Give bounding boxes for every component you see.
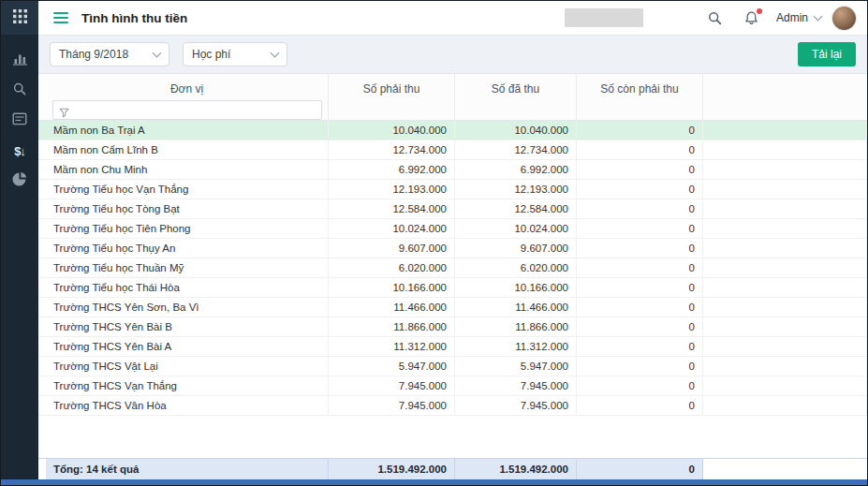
- month-select-value: Tháng 9/2018: [59, 48, 128, 61]
- unit-filter: [52, 100, 322, 120]
- cell-filler: [703, 298, 867, 317]
- cell-received: 6.020.000: [455, 258, 577, 277]
- cell-received: 11.866.000: [455, 317, 577, 336]
- fee-type-select[interactable]: Học phí: [183, 42, 287, 66]
- table-row[interactable]: Trường THCS Yên Bài B 11.866.000 11.866.…: [38, 317, 867, 337]
- reload-button[interactable]: Tải lại: [798, 42, 856, 66]
- cell-filler: [703, 219, 867, 238]
- cell-unit: Trường THCS Yên Sơn, Ba Vì: [46, 298, 329, 317]
- cell-filler: [703, 180, 867, 199]
- column-header-remaining: Số còn phải thu: [600, 82, 678, 96]
- user-name: Admin: [776, 11, 808, 24]
- unit-filter-input[interactable]: [52, 100, 322, 120]
- cell-unit: Trường Tiểu học Tiên Phong: [46, 219, 329, 238]
- chevron-down-icon: [153, 49, 162, 58]
- cell-unit: Mầm non Ba Trại A: [46, 121, 329, 140]
- main-area: Tình hình thu tiền Admin: [38, 1, 867, 485]
- chevron-down-icon: [814, 12, 823, 22]
- sidebar-item-statistics[interactable]: [1, 168, 38, 194]
- cell-receivable: 9.607.000: [329, 239, 455, 258]
- cell-receivable: 10.166.000: [329, 278, 455, 297]
- money-down-icon: $↓: [14, 144, 25, 158]
- sidebar-item-apps[interactable]: [1, 1, 38, 35]
- sidebar: $↓: [1, 1, 38, 485]
- cell-remaining: 0: [577, 278, 703, 297]
- table-row[interactable]: Trường Tiểu học Thuần Mỹ 6.020.000 6.020…: [38, 258, 867, 278]
- column-header-receivable-cell: Số phải thu: [329, 74, 455, 120]
- table-row[interactable]: Trường Tiểu học Thái Hòa 10.166.000 10.1…: [38, 278, 867, 298]
- cell-remaining: 0: [577, 357, 703, 376]
- menu-icon[interactable]: [53, 12, 68, 23]
- cell-receivable: 7.945.000: [329, 396, 455, 415]
- table-row[interactable]: Trường Tiểu học Thụy An 9.607.000 9.607.…: [38, 239, 867, 258]
- cell-filler: [703, 199, 867, 218]
- cell-remaining: 0: [577, 396, 703, 415]
- footer-total-receivable: 1.519.492.000: [329, 459, 455, 479]
- table-row[interactable]: Trường Tiểu học Tòng Bạt 12.584.000 12.5…: [38, 199, 867, 219]
- cell-unit: Trường Tiểu học Thụy An: [46, 239, 329, 258]
- cell-filler: [703, 337, 867, 356]
- cell-filler: [703, 258, 867, 277]
- column-header-filler: [703, 74, 867, 120]
- cell-receivable: 7.945.000: [329, 376, 455, 395]
- cell-receivable: 10.024.000: [329, 219, 455, 238]
- sidebar-nav: $↓: [1, 48, 38, 194]
- cell-received: 12.584.000: [455, 199, 577, 218]
- table-row[interactable]: Trường Tiểu học Vạn Thắng 12.193.000 12.…: [38, 180, 867, 199]
- cell-unit: Trường THCS Yên Bài A: [46, 337, 329, 356]
- sidebar-item-search[interactable]: [1, 78, 38, 104]
- table-row[interactable]: Mầm non Cẩm Lĩnh B 12.734.000 12.734.000…: [38, 140, 867, 160]
- cell-receivable: 12.584.000: [329, 199, 455, 218]
- collections-table: Đơn vị Số phải thu Số đã thu: [38, 74, 867, 479]
- table-row[interactable]: Trường THCS Vạn Thắng 7.945.000 7.945.00…: [38, 376, 867, 396]
- cell-received: 7.945.000: [455, 376, 577, 395]
- cell-receivable: 6.020.000: [329, 258, 455, 277]
- cell-received: 6.992.000: [455, 160, 577, 179]
- sidebar-item-collections[interactable]: $↓: [1, 138, 38, 164]
- app-window: $↓ Tình hình thu tiền: [0, 0, 868, 486]
- cell-remaining: 0: [577, 160, 703, 179]
- table-row[interactable]: Mầm non Chu Minh 6.992.000 6.992.000 0: [38, 160, 867, 180]
- cell-remaining: 0: [577, 337, 703, 356]
- table-row[interactable]: Trường THCS Yên Bài A 11.312.000 11.312.…: [38, 337, 867, 357]
- sidebar-item-records[interactable]: [1, 108, 38, 134]
- cell-remaining: 0: [577, 199, 703, 218]
- magnifier-icon: [12, 81, 27, 100]
- footer-filler: [703, 459, 867, 479]
- cell-remaining: 0: [577, 376, 703, 395]
- table-row[interactable]: Trường THCS Yên Sơn, Ba Vì 11.466.000 11…: [38, 298, 867, 317]
- cell-received: 10.166.000: [455, 278, 577, 297]
- cell-filler: [703, 239, 867, 258]
- apps-grid-icon: [13, 9, 27, 27]
- notifications-bell-icon[interactable]: [743, 10, 759, 26]
- sidebar-item-reports[interactable]: [1, 48, 38, 74]
- cell-remaining: 0: [577, 140, 703, 159]
- footer-total-remaining: 0: [577, 459, 703, 479]
- page-title: Tình hình thu tiền: [81, 11, 187, 25]
- table-row[interactable]: Trường THCS Vân Hòa 7.945.000 7.945.000 …: [38, 396, 867, 416]
- cell-receivable: 11.466.000: [329, 298, 455, 317]
- avatar[interactable]: [832, 7, 856, 30]
- table-row[interactable]: Trường THCS Vật Lại 5.947.000 5.947.000 …: [38, 357, 867, 376]
- column-header-remaining-cell: Số còn phải thu: [577, 74, 703, 120]
- footer-total-received: 1.519.492.000: [455, 459, 577, 479]
- cell-filler: [703, 357, 867, 376]
- column-header-unit-cell: Đơn vị: [46, 74, 329, 120]
- cell-filler: [703, 160, 867, 179]
- column-header-receivable: Số phải thu: [363, 82, 420, 96]
- card-icon: [12, 112, 27, 129]
- cell-received: 9.607.000: [455, 239, 577, 258]
- table-row[interactable]: Mầm non Ba Trại A 10.040.000 10.040.000 …: [38, 121, 867, 140]
- cell-filler: [703, 396, 867, 415]
- table-row[interactable]: Trường Tiểu học Tiên Phong 10.024.000 10…: [38, 219, 867, 239]
- column-header-unit: Đơn vị: [170, 82, 203, 96]
- cell-remaining: 0: [577, 298, 703, 317]
- month-select[interactable]: Tháng 9/2018: [50, 42, 169, 66]
- cell-received: 12.193.000: [455, 180, 577, 199]
- cell-unit: Mầm non Cẩm Lĩnh B: [46, 140, 329, 159]
- search-icon[interactable]: [707, 10, 723, 26]
- user-menu[interactable]: Admin: [776, 11, 821, 24]
- cell-received: 11.466.000: [455, 298, 577, 317]
- cell-unit: Mầm non Chu Minh: [46, 160, 329, 179]
- cell-receivable: 12.193.000: [329, 180, 455, 199]
